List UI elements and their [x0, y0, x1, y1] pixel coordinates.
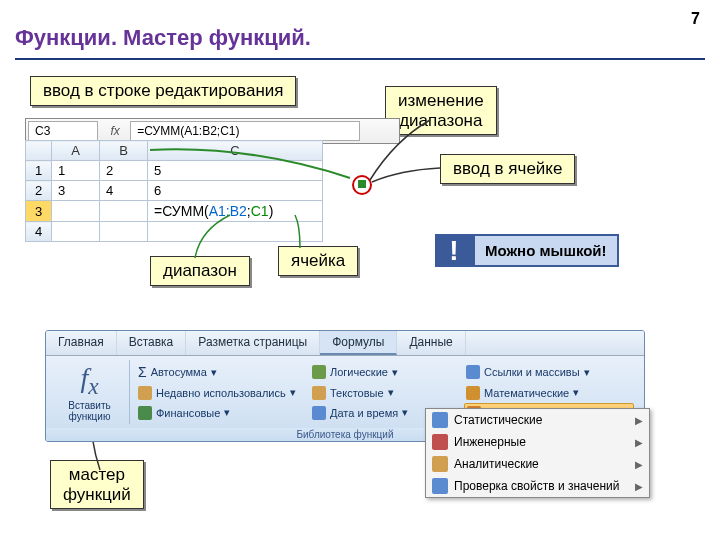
- col-header-a[interactable]: A: [52, 141, 100, 161]
- cell[interactable]: [148, 222, 323, 242]
- lookup-button[interactable]: Ссылки и массивы ▾: [464, 362, 634, 383]
- cube-icon: [432, 456, 448, 472]
- cell[interactable]: [52, 222, 100, 242]
- insert-function-button[interactable]: fx Вставитьфункцию: [50, 360, 130, 424]
- menu-info[interactable]: Проверка свойств и значений▶: [426, 475, 649, 497]
- financial-icon: [138, 406, 152, 420]
- tab-home[interactable]: Главная: [46, 331, 117, 355]
- cell[interactable]: 4: [100, 181, 148, 201]
- recent-button[interactable]: Недавно использовались ▾: [136, 384, 306, 403]
- eng-icon: [432, 434, 448, 450]
- info-text: Можно мышкой!: [473, 234, 619, 267]
- info-box: ! Можно мышкой!: [435, 234, 619, 267]
- text-icon: [312, 386, 326, 400]
- chevron-right-icon: ▶: [635, 459, 643, 470]
- chevron-right-icon: ▶: [635, 437, 643, 448]
- tab-layout[interactable]: Разметка страницы: [186, 331, 320, 355]
- callout-cell: ячейка: [278, 246, 358, 276]
- formula-eq: =: [154, 203, 162, 219]
- title-underline: [15, 58, 705, 60]
- cell[interactable]: 1: [52, 161, 100, 181]
- cell[interactable]: 6: [148, 181, 323, 201]
- cell[interactable]: 3: [52, 181, 100, 201]
- active-cell[interactable]: =СУММ(A1:B2;C1): [148, 201, 323, 222]
- menu-statistical[interactable]: Статистические▶: [426, 409, 649, 431]
- cell[interactable]: 2: [100, 161, 148, 181]
- recent-icon: [138, 386, 152, 400]
- grid-corner[interactable]: [26, 141, 52, 161]
- row-header[interactable]: 1: [26, 161, 52, 181]
- menu-engineering[interactable]: Инженерные▶: [426, 431, 649, 453]
- col-header-c[interactable]: C: [148, 141, 323, 161]
- table-row: 3 =СУММ(A1:B2;C1): [26, 201, 323, 222]
- tab-data[interactable]: Данные: [397, 331, 465, 355]
- tab-insert[interactable]: Вставка: [117, 331, 187, 355]
- row-header[interactable]: 4: [26, 222, 52, 242]
- math-icon: [466, 386, 480, 400]
- callout-wizard: мастерфункций: [50, 460, 144, 509]
- formula-fn: СУММ(: [162, 203, 209, 219]
- callout-cell-input: ввод в ячейке: [440, 154, 575, 184]
- row-header[interactable]: 2: [26, 181, 52, 201]
- formula-close: ): [269, 203, 274, 219]
- fx-large-icon: fx: [52, 362, 127, 400]
- callout-range-change: изменениедиапазона: [385, 86, 497, 135]
- exclamation-icon: !: [435, 234, 473, 267]
- autosum-button[interactable]: ΣАвтосумма ▾: [136, 362, 306, 383]
- name-box[interactable]: C3: [28, 121, 98, 141]
- fx-icon[interactable]: fx: [104, 124, 125, 138]
- datetime-icon: [312, 406, 326, 420]
- financial-button[interactable]: Финансовые ▾: [136, 403, 306, 422]
- insert-fn-label: Вставитьфункцию: [52, 400, 127, 422]
- logical-icon: [312, 365, 326, 379]
- ribbon-tabs: Главная Вставка Разметка страницы Формул…: [46, 331, 644, 356]
- formula-input[interactable]: =СУММ(A1:B2;C1): [130, 121, 360, 141]
- col-header-b[interactable]: B: [100, 141, 148, 161]
- fill-handle-highlight-icon: [352, 175, 372, 195]
- table-row: 2 3 4 6: [26, 181, 323, 201]
- formula-arg2: C1: [251, 203, 269, 219]
- cell[interactable]: 5: [148, 161, 323, 181]
- table-row: 1 1 2 5: [26, 161, 323, 181]
- chevron-right-icon: ▶: [635, 415, 643, 426]
- callout-range: диапазон: [150, 256, 250, 286]
- row-header[interactable]: 3: [26, 201, 52, 222]
- other-functions-menu: Статистические▶ Инженерные▶ Аналитически…: [425, 408, 650, 498]
- table-row: 4: [26, 222, 323, 242]
- stat-icon: [432, 412, 448, 428]
- info-icon: [432, 478, 448, 494]
- page-title: Функции. Мастер функций.: [15, 25, 311, 51]
- formula-arg1: A1:B2: [209, 203, 247, 219]
- chevron-right-icon: ▶: [635, 481, 643, 492]
- cell[interactable]: [52, 201, 100, 222]
- logical-button[interactable]: Логические ▾: [310, 362, 460, 383]
- text-button[interactable]: Текстовые ▾: [310, 384, 460, 403]
- callout-edit-bar: ввод в строке редактирования: [30, 76, 296, 106]
- math-button[interactable]: Математические ▾: [464, 384, 634, 403]
- cell[interactable]: [100, 222, 148, 242]
- cell[interactable]: [100, 201, 148, 222]
- menu-analytical[interactable]: Аналитические▶: [426, 453, 649, 475]
- spreadsheet-grid[interactable]: A B C 1 1 2 5 2 3 4 6 3 =СУММ(A1:B2;C1) …: [25, 140, 323, 242]
- lookup-icon: [466, 365, 480, 379]
- tab-formulas[interactable]: Формулы: [320, 331, 397, 355]
- page-number: 7: [691, 10, 700, 28]
